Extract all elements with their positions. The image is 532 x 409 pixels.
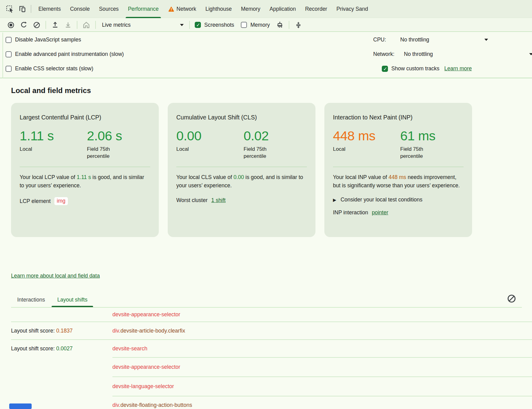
lcp-card: Largest Contentful Paint (LCP) 1.11 s Lo…	[11, 103, 159, 237]
toolbar-separator	[289, 21, 289, 29]
learn-more-link[interactable]: Learn more	[444, 65, 472, 72]
tab-sources[interactable]: Sources	[94, 0, 123, 18]
tooltip-fragment	[9, 403, 32, 409]
lcp-element-chip[interactable]: img	[54, 197, 68, 205]
shift-node-link[interactable]: div.devsite-floating-action-buttons	[112, 402, 192, 408]
shift-score: 0.1837	[56, 328, 73, 334]
table-row[interactable]: devsite-appearance-selector	[0, 308, 532, 321]
panel-mode-value: Live metrics	[102, 22, 131, 28]
toolbar-separator	[189, 21, 190, 29]
tab-console[interactable]: Console	[65, 0, 94, 18]
shift-node-link[interactable]: devsite-search	[112, 345, 147, 352]
gc-brush-icon[interactable]	[273, 19, 286, 30]
shift-node-link[interactable]: devsite-appearance-selector	[112, 364, 180, 370]
reload-record-icon[interactable]	[17, 19, 30, 30]
toolbar-separator	[95, 21, 96, 29]
lcp-field: 2.06 s Field 75th percentile	[87, 128, 150, 160]
css-selector-stats-toggle[interactable]: Enable CSS selector stats (slow)	[6, 61, 124, 76]
performance-toolbar: Live metrics Screenshots Memory	[0, 18, 532, 32]
cls-card: Cumulative Layout Shift (CLS) 0.00 Local…	[168, 103, 315, 237]
home-icon[interactable]	[80, 19, 93, 30]
clear-log-icon[interactable]	[506, 293, 517, 304]
screenshots-toggle[interactable]: Screenshots	[195, 22, 234, 28]
shift-node-link[interactable]: devsite-appearance-selector	[112, 311, 180, 318]
tab-performance[interactable]: Performance	[123, 0, 163, 18]
tab-elements[interactable]: Elements	[34, 0, 65, 18]
card-divider	[176, 167, 307, 167]
memory-checkbox[interactable]	[241, 22, 247, 28]
table-row[interactable]: devsite-appearance-selector	[0, 358, 532, 376]
layout-shift-rows: devsite-appearance-selector Layout shift…	[0, 308, 532, 409]
toolbar-separator	[31, 5, 31, 13]
tab-lighthouse[interactable]: Lighthouse	[201, 0, 237, 18]
shift-node-link[interactable]: devsite-language-selector	[112, 383, 174, 390]
toolbar-separator	[45, 21, 46, 29]
page-title: Local and field metrics	[11, 86, 91, 95]
network-throttling-select[interactable]: Network: No throttling	[373, 47, 532, 61]
tab-application[interactable]: Application	[265, 0, 301, 18]
chevron-down-icon	[529, 53, 532, 55]
cpu-throttling-value: No throttling	[400, 37, 429, 43]
inp-field: 61 ms Field 75th percentile	[400, 128, 464, 160]
download-profile-icon[interactable]	[61, 19, 74, 30]
devtools-tab-bar: Elements Console Sources Performance Net…	[0, 0, 532, 18]
table-row[interactable]: Layout shift score: 0.0027 devsite-searc…	[0, 340, 532, 357]
tab-privacy-sandbox[interactable]: Privacy Sand	[332, 0, 373, 18]
tab-network[interactable]: Network	[163, 0, 201, 18]
tab-interactions[interactable]: Interactions	[11, 292, 51, 307]
performance-settings: Disable JavaScript samples Enable advanc…	[0, 33, 532, 78]
inp-interaction-link[interactable]: pointer	[372, 209, 388, 216]
chevron-down-icon	[484, 39, 488, 41]
inp-description: Your local INP value of 448 ms needs imp…	[333, 173, 464, 190]
advanced-paint-checkbox[interactable]	[6, 51, 12, 57]
cls-field: 0.02 Field 75th percentile	[244, 128, 307, 160]
record-icon[interactable]	[4, 19, 17, 30]
disable-js-samples-toggle[interactable]: Disable JavaScript samples	[6, 33, 124, 47]
tab-recorder[interactable]: Recorder	[300, 0, 332, 18]
shift-node-link[interactable]: div.devsite-article-body.clearfix	[112, 328, 185, 334]
device-toolbar-icon[interactable]	[16, 3, 28, 14]
chevron-down-icon	[180, 24, 184, 26]
advanced-paint-toggle[interactable]: Enable advanced paint instrumentation (s…	[6, 47, 124, 61]
worst-cluster-link[interactable]: 1 shift	[211, 197, 226, 204]
warning-icon	[168, 6, 174, 12]
local-test-conditions-expander[interactable]: ▶ Consider your local test conditions	[333, 197, 464, 203]
table-row[interactable]: div.devsite-floating-action-buttons	[0, 396, 532, 409]
table-row[interactable]: Layout shift score: 0.1837 div.devsite-a…	[0, 322, 532, 339]
collapse-panel-icon[interactable]	[292, 19, 305, 30]
show-custom-tracks-toggle[interactable]: Show custom tracks Learn more	[373, 61, 532, 76]
log-tabs: Interactions Layout shifts	[11, 292, 94, 307]
card-divider	[333, 167, 464, 167]
memory-toggle[interactable]: Memory	[241, 22, 270, 28]
screenshots-checkbox[interactable]	[195, 22, 201, 28]
network-throttling-value: No throttling	[404, 51, 433, 57]
live-metrics-view: Local and field metrics Largest Contentf…	[0, 78, 532, 409]
panel-mode-select[interactable]: Live metrics	[98, 22, 187, 28]
inp-local: 448 ms Local	[333, 128, 400, 160]
upload-profile-icon[interactable]	[49, 19, 61, 30]
shift-score: 0.0027	[56, 345, 73, 352]
tab-memory[interactable]: Memory	[236, 0, 265, 18]
toolbar-separator	[77, 21, 77, 29]
learn-more-field-data-link[interactable]: Learn more about local and field data	[11, 273, 100, 279]
inspect-element-icon[interactable]	[4, 3, 16, 14]
inp-card: Interaction to Next Paint (INP) 448 ms L…	[324, 103, 472, 237]
lcp-local: 1.11 s Local	[20, 128, 87, 160]
triangle-right-icon: ▶	[333, 197, 336, 202]
clear-icon[interactable]	[30, 19, 43, 30]
table-row[interactable]: devsite-language-selector	[0, 377, 532, 396]
cpu-throttling-select[interactable]: CPU: No throttling	[373, 33, 532, 47]
lcp-description: Your local LCP value of 1.11 s is good, …	[20, 173, 150, 190]
disable-js-samples-checkbox[interactable]	[6, 37, 12, 43]
css-selector-stats-checkbox[interactable]	[6, 66, 12, 72]
card-divider	[20, 167, 150, 167]
tab-layout-shifts[interactable]: Layout shifts	[51, 292, 93, 307]
custom-tracks-checkbox[interactable]	[382, 66, 388, 72]
cls-local: 0.00 Local	[176, 128, 244, 160]
cls-description: Your local CLS value of 0.00 is good, an…	[176, 173, 307, 190]
